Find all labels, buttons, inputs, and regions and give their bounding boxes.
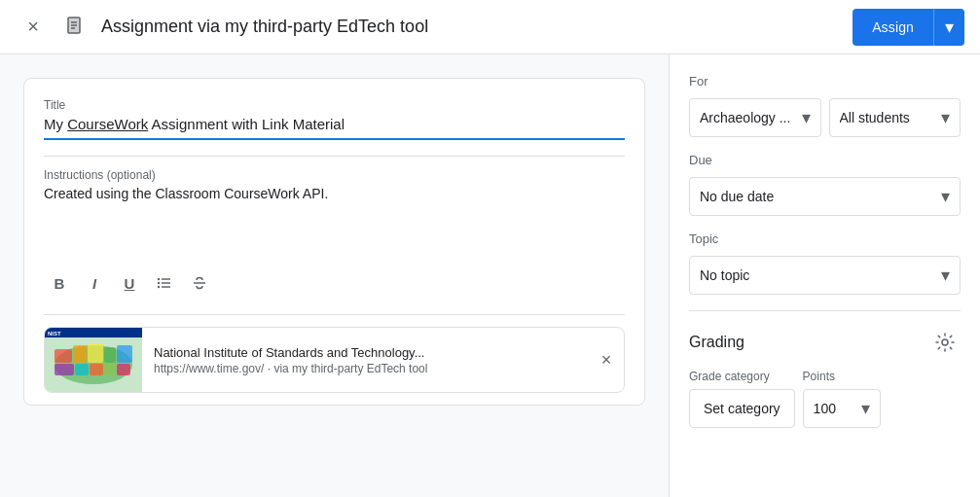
toolbar-divider (44, 314, 625, 315)
grade-category-label: Grade category (689, 370, 795, 383)
grade-category-col: Grade category Set category (689, 370, 795, 428)
topic-value: No topic (700, 267, 933, 283)
topbar: × Assignment via my third-party EdTech t… (0, 0, 980, 54)
link-title: National Institute of Standards and Tech… (154, 345, 577, 360)
topic-select[interactable]: No topic ▾ (689, 256, 961, 295)
title-link: CourseWork (67, 116, 148, 132)
svg-rect-14 (54, 349, 72, 363)
instructions-label: Instructions (optional) (44, 168, 625, 182)
instructions-text[interactable]: Created using the Classroom CourseWork A… (44, 186, 625, 244)
grading-settings-button[interactable] (929, 327, 961, 358)
grading-label: Grading (689, 334, 744, 351)
title-value[interactable]: My CourseWork Assignment with Link Mater… (44, 116, 625, 140)
list-button[interactable] (149, 267, 180, 299)
svg-text:NIST: NIST (48, 331, 61, 337)
title-field-group: Title My CourseWork Assignment with Link… (44, 98, 625, 140)
remove-attachment-button[interactable]: × (589, 342, 624, 377)
page-title: Assignment via my third-party EdTech too… (101, 17, 841, 37)
for-row: Archaeology ... ▾ All students ▾ (689, 98, 961, 137)
students-select[interactable]: All students ▾ (829, 98, 962, 137)
for-label: For (689, 74, 961, 89)
instructions-field-group: Instructions (optional) Created using th… (44, 168, 625, 244)
svg-point-8 (158, 278, 160, 280)
underline-button[interactable]: U (114, 267, 145, 299)
class-dropdown-icon: ▾ (802, 107, 811, 128)
class-select[interactable]: Archaeology ... ▾ (689, 98, 821, 137)
points-dropdown-icon: ▾ (861, 398, 870, 419)
svg-rect-15 (73, 345, 87, 363)
main-layout: Title My CourseWork Assignment with Link… (0, 54, 980, 497)
class-value: Archaeology ... (700, 110, 794, 125)
doc-icon (62, 14, 90, 41)
svg-point-9 (158, 282, 160, 284)
strikethrough-button[interactable] (184, 267, 215, 299)
link-url: https://www.time.gov/ · via my third-par… (154, 362, 577, 375)
svg-rect-16 (88, 343, 103, 363)
close-icon: × (27, 16, 39, 38)
svg-rect-21 (90, 364, 103, 375)
title-prefix: My (44, 116, 67, 132)
svg-rect-22 (104, 364, 116, 375)
students-value: All students (840, 110, 934, 125)
grading-row: Grade category Set category Points 100 ▾ (689, 370, 961, 428)
chevron-down-icon: ▾ (945, 17, 954, 38)
due-value: No due date (700, 189, 933, 204)
due-select[interactable]: No due date ▾ (689, 177, 961, 216)
topbar-actions: Assign ▾ (853, 9, 964, 46)
set-category-button[interactable]: Set category (689, 389, 795, 428)
students-dropdown-icon: ▾ (941, 107, 950, 128)
topic-dropdown-icon: ▾ (941, 265, 950, 286)
title-label: Title (44, 98, 625, 112)
right-divider (689, 310, 961, 311)
points-select[interactable]: 100 ▾ (803, 389, 881, 428)
assign-dropdown-button[interactable]: ▾ (933, 9, 964, 46)
svg-rect-17 (104, 347, 116, 363)
link-info: National Institute of Standards and Tech… (142, 337, 589, 383)
svg-rect-19 (54, 364, 74, 375)
due-dropdown-icon: ▾ (941, 186, 950, 207)
svg-point-26 (942, 339, 948, 345)
title-suffix: Assignment with Link Material (148, 116, 345, 132)
left-panel: Title My CourseWork Assignment with Link… (0, 54, 669, 497)
points-col: Points 100 ▾ (803, 370, 881, 428)
topic-label: Topic (689, 231, 961, 246)
bold-button[interactable]: B (44, 267, 75, 299)
link-thumbnail: NIST (45, 328, 142, 392)
points-value: 100 (814, 401, 853, 416)
grading-header: Grading (689, 327, 961, 358)
divider (44, 156, 625, 157)
close-button[interactable]: × (16, 10, 51, 45)
right-panel: For Archaeology ... ▾ All students ▾ Due… (669, 54, 980, 497)
due-label: Due (689, 153, 961, 167)
svg-point-10 (158, 286, 160, 288)
formatting-toolbar: B I U (44, 260, 625, 302)
link-attachment: NIST National Institute of Standards and… (44, 327, 625, 393)
assignment-card: Title My CourseWork Assignment with Link… (23, 78, 645, 406)
svg-rect-18 (117, 345, 132, 363)
svg-rect-20 (75, 364, 89, 375)
assign-button[interactable]: Assign (853, 9, 933, 46)
points-label: Points (803, 370, 881, 383)
italic-button[interactable]: I (79, 267, 110, 299)
svg-rect-23 (117, 364, 130, 375)
